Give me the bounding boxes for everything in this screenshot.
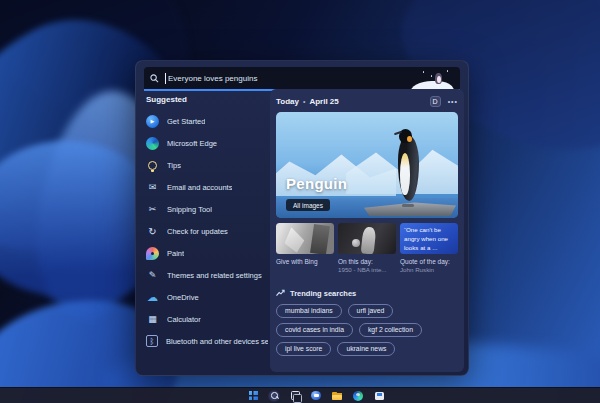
- suggested-item-themes[interactable]: ✎ Themes and related settings: [146, 264, 268, 286]
- more-options-button[interactable]: •••: [448, 98, 458, 105]
- snipping-tool-icon: ✂: [146, 203, 159, 216]
- calculator-icon: ▦: [146, 313, 159, 326]
- penguin-illustration: [412, 67, 454, 89]
- give-with-bing-caption: Give with Bing: [276, 257, 334, 266]
- suggested-item-label: Check for updates: [167, 227, 228, 236]
- suggested-item-label: Paint: [167, 249, 184, 258]
- taskbar-icons: [247, 390, 385, 402]
- email-icon: ✉: [146, 181, 159, 194]
- cards-row: “One can't be angry when one looks at a …: [276, 223, 458, 254]
- suggested-item-label: Bluetooth and other devices sett...: [166, 337, 268, 346]
- trending-chip[interactable]: urfi javed: [348, 304, 394, 318]
- suggested-list: ▶ Get Started Microsoft Edge Tips ✉ Emai…: [146, 110, 268, 352]
- image-of-the-day-card[interactable]: Penguin All images: [276, 112, 458, 218]
- windows-search-flyout: Suggested ▶ Get Started Microsoft Edge T…: [135, 60, 469, 376]
- suggested-item-label: Snipping Tool: [167, 205, 212, 214]
- give-with-bing-card[interactable]: [276, 223, 334, 254]
- text-cursor: [165, 73, 166, 84]
- suggested-item-label: Themes and related settings: [167, 271, 262, 280]
- suggested-header: Suggested: [146, 95, 268, 104]
- suggested-item-label: Get Started: [167, 117, 205, 126]
- trending-section: Trending searches mumbai indians urfi ja…: [276, 289, 458, 356]
- suggested-item-get-started[interactable]: ▶ Get Started: [146, 110, 268, 132]
- trending-icon: [276, 289, 285, 297]
- edge-taskbar-icon[interactable]: [352, 390, 364, 402]
- suggested-item-check-for-updates[interactable]: ↻ Check for updates: [146, 220, 268, 242]
- mini-penguin-icon: [435, 73, 442, 84]
- trending-chip[interactable]: kgf 2 collection: [359, 323, 422, 337]
- suggested-item-onedrive[interactable]: ☁ OneDrive: [146, 286, 268, 308]
- search-taskbar-icon[interactable]: [268, 390, 280, 402]
- paint-icon: [146, 247, 159, 260]
- suggested-item-label: Email and accounts: [167, 183, 232, 192]
- suggested-item-label: OneDrive: [167, 293, 199, 302]
- updates-icon: ↻: [146, 225, 159, 238]
- tips-icon: [146, 159, 159, 172]
- trending-chips: mumbai indians urfi javed covid cases in…: [276, 304, 458, 356]
- suggested-item-label: Microsoft Edge: [167, 139, 217, 148]
- bing-content-panel: Today • April 25 D ••• Penguin All image…: [270, 89, 464, 372]
- trending-chip[interactable]: ipl live score: [276, 342, 331, 356]
- trending-header: Trending searches: [290, 289, 356, 298]
- quote-of-the-day-card[interactable]: “One can't be angry when one looks at a …: [400, 223, 458, 254]
- bluetooth-icon: ᛒ: [146, 335, 158, 347]
- profile-avatar[interactable]: D: [430, 96, 441, 107]
- on-this-day-subcaption: 1950 - NBA inte...: [338, 266, 396, 275]
- quote-caption: Quote of the day:: [400, 257, 458, 266]
- trending-chip[interactable]: covid cases in india: [276, 323, 353, 337]
- suggested-item-snipping-tool[interactable]: ✂ Snipping Tool: [146, 198, 268, 220]
- search-box[interactable]: [144, 67, 460, 91]
- taskbar: [0, 387, 600, 403]
- on-this-day-card[interactable]: [338, 223, 396, 254]
- suggested-item-email-and-accounts[interactable]: ✉ Email and accounts: [146, 176, 268, 198]
- on-this-day-caption: On this day:: [338, 257, 396, 266]
- search-icon: [150, 74, 159, 83]
- suggested-item-bluetooth[interactable]: ᛒ Bluetooth and other devices sett...: [146, 330, 268, 352]
- quote-author: John Ruskin: [400, 266, 458, 275]
- store-taskbar-icon[interactable]: [373, 390, 385, 402]
- start-taskbar-icon[interactable]: [247, 390, 259, 402]
- penguin-photo: [394, 127, 424, 205]
- search-input[interactable]: [168, 74, 412, 83]
- date-separator: •: [303, 98, 305, 105]
- date-row: Today • April 25 D •••: [276, 95, 458, 108]
- suggested-item-calculator[interactable]: ▦ Calculator: [146, 308, 268, 330]
- suggested-item-label: Calculator: [167, 315, 201, 324]
- trending-chip[interactable]: mumbai indians: [276, 304, 342, 318]
- onedrive-icon: ☁: [146, 291, 159, 304]
- chat-taskbar-icon[interactable]: [310, 390, 322, 402]
- trending-chip[interactable]: ukraine news: [337, 342, 395, 356]
- captions-row: Give with Bing On this day: 1950 - NBA i…: [276, 257, 458, 275]
- today-label: Today: [276, 97, 299, 106]
- microsoft-edge-icon: [146, 137, 159, 150]
- file-explorer-taskbar-icon[interactable]: [331, 390, 343, 402]
- hero-title: Penguin: [286, 175, 347, 192]
- date-label: April 25: [309, 97, 338, 106]
- task-view-taskbar-icon[interactable]: [289, 390, 301, 402]
- quote-text: “One can't be angry when one looks at a …: [404, 226, 454, 253]
- suggested-item-microsoft-edge[interactable]: Microsoft Edge: [146, 132, 268, 154]
- themes-icon: ✎: [146, 269, 159, 282]
- suggested-item-paint[interactable]: Paint: [146, 242, 268, 264]
- get-started-icon: ▶: [146, 115, 159, 128]
- suggested-section: Suggested ▶ Get Started Microsoft Edge T…: [146, 95, 268, 352]
- suggested-item-label: Tips: [167, 161, 181, 170]
- all-images-button[interactable]: All images: [286, 199, 330, 211]
- suggested-item-tips[interactable]: Tips: [146, 154, 268, 176]
